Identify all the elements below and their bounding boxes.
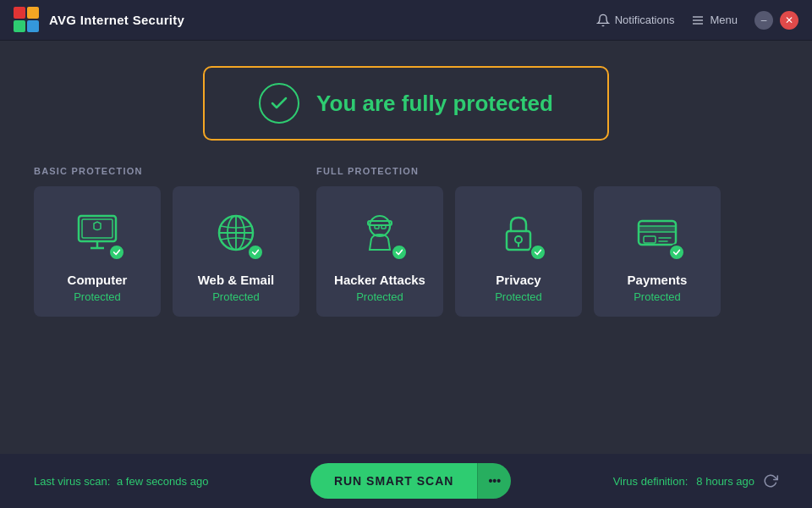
computer-card-name: Computer	[68, 273, 128, 287]
bottom-bar: Last virus scan: a few seconds ago RUN S…	[0, 454, 812, 508]
status-text: You are fully protected	[316, 91, 553, 117]
hacker-attacks-card-name: Hacker Attacks	[334, 273, 425, 287]
menu-button[interactable]: Menu	[691, 14, 738, 27]
title-bar-right: Notifications Menu – ✕	[596, 11, 798, 30]
basic-protection-label: BASIC PROTECTION	[34, 166, 299, 176]
virus-def-label: Virus definition:	[613, 475, 689, 488]
svg-rect-26	[644, 236, 656, 243]
last-scan-label: Last virus scan:	[34, 475, 110, 488]
privacy-card[interactable]: Privacy Protected	[455, 186, 582, 317]
payments-check-badge	[668, 244, 685, 261]
svg-rect-2	[14, 20, 25, 32]
full-protection-section: FULL PROTECTION	[316, 166, 778, 317]
svg-rect-16	[368, 221, 392, 225]
basic-protection-cards: Computer Protected	[34, 186, 299, 317]
virus-def-value: 8 hours ago	[696, 475, 754, 488]
computer-card-status: Protected	[74, 290, 121, 303]
computer-card[interactable]: Computer Protected	[34, 186, 161, 317]
notifications-button[interactable]: Notifications	[596, 14, 675, 27]
payments-card-status: Protected	[634, 290, 681, 303]
window-controls: – ✕	[754, 11, 798, 30]
web-email-card-name: Web & Email	[198, 273, 275, 287]
scan-more-button[interactable]: •••	[477, 463, 511, 499]
hacker-attacks-card-status: Protected	[356, 290, 403, 303]
hacker-attacks-card[interactable]: Hacker Attacks Protected	[316, 186, 443, 317]
payments-card[interactable]: Payments Protected	[594, 186, 721, 317]
payments-card-name: Payments	[628, 273, 688, 287]
hacker-icon-wrap	[350, 203, 409, 262]
computer-icon-wrap	[68, 203, 127, 262]
svg-rect-23	[639, 226, 676, 232]
status-prefix: You are	[316, 91, 402, 116]
computer-check-badge	[108, 244, 125, 261]
svg-point-20	[515, 236, 522, 243]
main-content: You are fully protected BASIC PROTECTION	[0, 41, 812, 334]
title-bar: AVG Internet Security Notifications Menu…	[0, 0, 812, 41]
run-smart-scan-button[interactable]: RUN SMART SCAN	[310, 463, 478, 499]
web-email-icon-wrap	[206, 203, 266, 262]
svg-rect-17	[375, 225, 379, 229]
status-banner: You are fully protected	[203, 66, 609, 141]
svg-rect-18	[381, 225, 386, 229]
privacy-card-status: Protected	[495, 290, 542, 303]
notifications-label: Notifications	[615, 14, 675, 26]
web-email-card[interactable]: Web & Email Protected	[173, 186, 299, 317]
avg-logo	[14, 7, 41, 34]
refresh-icon[interactable]	[763, 473, 778, 489]
title-bar-left: AVG Internet Security	[14, 7, 184, 34]
minimize-button[interactable]: –	[754, 11, 773, 30]
payments-icon-wrap	[628, 203, 687, 262]
close-button[interactable]: ✕	[780, 11, 798, 30]
status-highlight: fully protected	[402, 91, 553, 116]
hacker-check-badge	[391, 244, 408, 261]
last-scan-info: Last virus scan: a few seconds ago	[34, 475, 208, 488]
basic-protection-section: BASIC PROTECTION	[34, 166, 299, 317]
web-email-check-badge	[247, 244, 264, 261]
privacy-card-name: Privacy	[496, 273, 540, 287]
privacy-check-badge	[529, 244, 546, 261]
protection-sections: BASIC PROTECTION	[34, 166, 778, 317]
svg-rect-0	[14, 7, 25, 19]
app-title: AVG Internet Security	[49, 13, 184, 27]
svg-rect-1	[27, 7, 39, 19]
scan-btn-group: RUN SMART SCAN •••	[310, 463, 511, 499]
status-check-circle	[259, 83, 299, 124]
privacy-icon-wrap	[489, 203, 548, 262]
virus-definition-info: Virus definition: 8 hours ago	[613, 473, 778, 489]
full-protection-label: FULL PROTECTION	[316, 166, 778, 176]
menu-label: Menu	[710, 14, 738, 26]
full-protection-cards: Hacker Attacks Protected	[316, 186, 778, 317]
svg-rect-3	[27, 20, 39, 32]
last-scan-value: a few seconds ago	[117, 475, 208, 488]
web-email-card-status: Protected	[212, 290, 260, 303]
